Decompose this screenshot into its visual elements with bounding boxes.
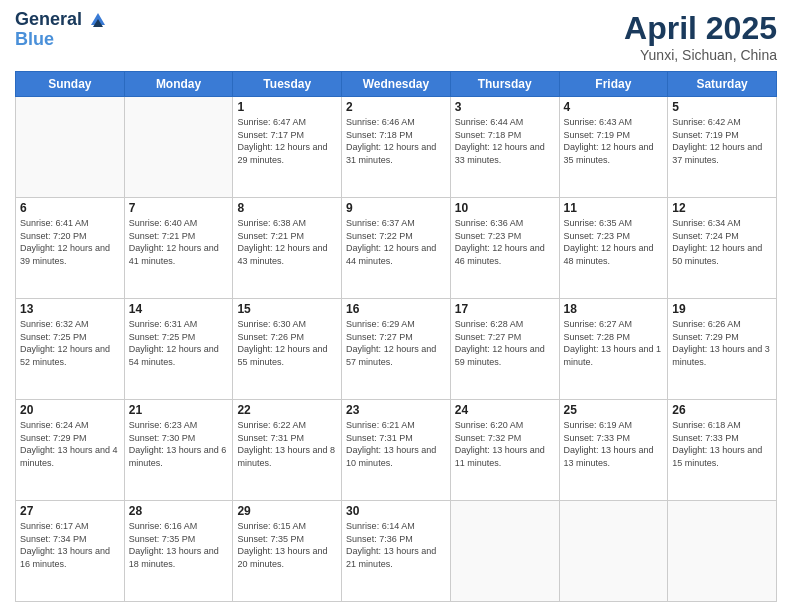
calendar-cell: 13Sunrise: 6:32 AM Sunset: 7:25 PM Dayli… [16,299,125,400]
calendar-cell: 3Sunrise: 6:44 AM Sunset: 7:18 PM Daylig… [450,97,559,198]
calendar-cell: 21Sunrise: 6:23 AM Sunset: 7:30 PM Dayli… [124,400,233,501]
calendar-cell: 26Sunrise: 6:18 AM Sunset: 7:33 PM Dayli… [668,400,777,501]
day-info: Sunrise: 6:42 AM Sunset: 7:19 PM Dayligh… [672,116,772,166]
weekday-header: Wednesday [342,72,451,97]
day-info: Sunrise: 6:16 AM Sunset: 7:35 PM Dayligh… [129,520,229,570]
day-info: Sunrise: 6:32 AM Sunset: 7:25 PM Dayligh… [20,318,120,368]
day-number: 29 [237,504,337,518]
day-info: Sunrise: 6:22 AM Sunset: 7:31 PM Dayligh… [237,419,337,469]
day-info: Sunrise: 6:17 AM Sunset: 7:34 PM Dayligh… [20,520,120,570]
calendar-week-row: 20Sunrise: 6:24 AM Sunset: 7:29 PM Dayli… [16,400,777,501]
subtitle: Yunxi, Sichuan, China [624,47,777,63]
day-number: 18 [564,302,664,316]
logo-text-line2: Blue [15,30,54,50]
calendar-cell: 18Sunrise: 6:27 AM Sunset: 7:28 PM Dayli… [559,299,668,400]
day-number: 8 [237,201,337,215]
day-number: 21 [129,403,229,417]
calendar-cell: 9Sunrise: 6:37 AM Sunset: 7:22 PM Daylig… [342,198,451,299]
day-number: 28 [129,504,229,518]
weekday-header: Friday [559,72,668,97]
day-info: Sunrise: 6:47 AM Sunset: 7:17 PM Dayligh… [237,116,337,166]
day-info: Sunrise: 6:19 AM Sunset: 7:33 PM Dayligh… [564,419,664,469]
day-info: Sunrise: 6:41 AM Sunset: 7:20 PM Dayligh… [20,217,120,267]
day-number: 7 [129,201,229,215]
calendar-cell: 2Sunrise: 6:46 AM Sunset: 7:18 PM Daylig… [342,97,451,198]
day-info: Sunrise: 6:28 AM Sunset: 7:27 PM Dayligh… [455,318,555,368]
day-info: Sunrise: 6:21 AM Sunset: 7:31 PM Dayligh… [346,419,446,469]
day-info: Sunrise: 6:27 AM Sunset: 7:28 PM Dayligh… [564,318,664,368]
calendar-week-row: 27Sunrise: 6:17 AM Sunset: 7:34 PM Dayli… [16,501,777,602]
day-number: 26 [672,403,772,417]
calendar-cell: 4Sunrise: 6:43 AM Sunset: 7:19 PM Daylig… [559,97,668,198]
day-number: 27 [20,504,120,518]
day-info: Sunrise: 6:14 AM Sunset: 7:36 PM Dayligh… [346,520,446,570]
header: General Blue April 2025 Yunxi, Sichuan, … [15,10,777,63]
day-number: 12 [672,201,772,215]
calendar-cell: 5Sunrise: 6:42 AM Sunset: 7:19 PM Daylig… [668,97,777,198]
day-number: 5 [672,100,772,114]
weekday-header: Thursday [450,72,559,97]
calendar-cell [450,501,559,602]
day-number: 23 [346,403,446,417]
logo-icon [89,11,107,29]
day-info: Sunrise: 6:15 AM Sunset: 7:35 PM Dayligh… [237,520,337,570]
calendar-cell: 19Sunrise: 6:26 AM Sunset: 7:29 PM Dayli… [668,299,777,400]
day-info: Sunrise: 6:44 AM Sunset: 7:18 PM Dayligh… [455,116,555,166]
day-info: Sunrise: 6:40 AM Sunset: 7:21 PM Dayligh… [129,217,229,267]
day-info: Sunrise: 6:26 AM Sunset: 7:29 PM Dayligh… [672,318,772,368]
calendar-cell [16,97,125,198]
weekday-header: Monday [124,72,233,97]
day-info: Sunrise: 6:35 AM Sunset: 7:23 PM Dayligh… [564,217,664,267]
day-number: 19 [672,302,772,316]
calendar-cell: 25Sunrise: 6:19 AM Sunset: 7:33 PM Dayli… [559,400,668,501]
day-info: Sunrise: 6:24 AM Sunset: 7:29 PM Dayligh… [20,419,120,469]
logo-text-line1: General [15,10,107,30]
day-info: Sunrise: 6:46 AM Sunset: 7:18 PM Dayligh… [346,116,446,166]
day-number: 10 [455,201,555,215]
day-info: Sunrise: 6:36 AM Sunset: 7:23 PM Dayligh… [455,217,555,267]
calendar-cell: 11Sunrise: 6:35 AM Sunset: 7:23 PM Dayli… [559,198,668,299]
calendar-week-row: 13Sunrise: 6:32 AM Sunset: 7:25 PM Dayli… [16,299,777,400]
day-number: 25 [564,403,664,417]
day-number: 3 [455,100,555,114]
weekday-header-row: SundayMondayTuesdayWednesdayThursdayFrid… [16,72,777,97]
day-number: 9 [346,201,446,215]
calendar-cell: 8Sunrise: 6:38 AM Sunset: 7:21 PM Daylig… [233,198,342,299]
day-number: 24 [455,403,555,417]
calendar-cell: 24Sunrise: 6:20 AM Sunset: 7:32 PM Dayli… [450,400,559,501]
day-number: 13 [20,302,120,316]
calendar-cell: 27Sunrise: 6:17 AM Sunset: 7:34 PM Dayli… [16,501,125,602]
calendar-cell: 15Sunrise: 6:30 AM Sunset: 7:26 PM Dayli… [233,299,342,400]
day-number: 30 [346,504,446,518]
calendar-cell: 28Sunrise: 6:16 AM Sunset: 7:35 PM Dayli… [124,501,233,602]
day-number: 16 [346,302,446,316]
calendar-cell: 10Sunrise: 6:36 AM Sunset: 7:23 PM Dayli… [450,198,559,299]
day-info: Sunrise: 6:29 AM Sunset: 7:27 PM Dayligh… [346,318,446,368]
day-info: Sunrise: 6:31 AM Sunset: 7:25 PM Dayligh… [129,318,229,368]
weekday-header: Saturday [668,72,777,97]
day-info: Sunrise: 6:34 AM Sunset: 7:24 PM Dayligh… [672,217,772,267]
weekday-header: Sunday [16,72,125,97]
calendar-cell: 22Sunrise: 6:22 AM Sunset: 7:31 PM Dayli… [233,400,342,501]
calendar-cell: 20Sunrise: 6:24 AM Sunset: 7:29 PM Dayli… [16,400,125,501]
calendar-cell: 16Sunrise: 6:29 AM Sunset: 7:27 PM Dayli… [342,299,451,400]
calendar-cell: 29Sunrise: 6:15 AM Sunset: 7:35 PM Dayli… [233,501,342,602]
day-number: 20 [20,403,120,417]
calendar-cell [124,97,233,198]
calendar-cell: 7Sunrise: 6:40 AM Sunset: 7:21 PM Daylig… [124,198,233,299]
day-number: 4 [564,100,664,114]
calendar-cell: 23Sunrise: 6:21 AM Sunset: 7:31 PM Dayli… [342,400,451,501]
day-number: 22 [237,403,337,417]
day-info: Sunrise: 6:20 AM Sunset: 7:32 PM Dayligh… [455,419,555,469]
calendar-cell: 1Sunrise: 6:47 AM Sunset: 7:17 PM Daylig… [233,97,342,198]
logo: General Blue [15,10,107,50]
title-block: April 2025 Yunxi, Sichuan, China [624,10,777,63]
calendar-cell: 14Sunrise: 6:31 AM Sunset: 7:25 PM Dayli… [124,299,233,400]
day-info: Sunrise: 6:23 AM Sunset: 7:30 PM Dayligh… [129,419,229,469]
calendar-cell [668,501,777,602]
calendar-week-row: 6Sunrise: 6:41 AM Sunset: 7:20 PM Daylig… [16,198,777,299]
day-number: 15 [237,302,337,316]
day-number: 14 [129,302,229,316]
calendar-cell: 6Sunrise: 6:41 AM Sunset: 7:20 PM Daylig… [16,198,125,299]
page: General Blue April 2025 Yunxi, Sichuan, … [0,0,792,612]
